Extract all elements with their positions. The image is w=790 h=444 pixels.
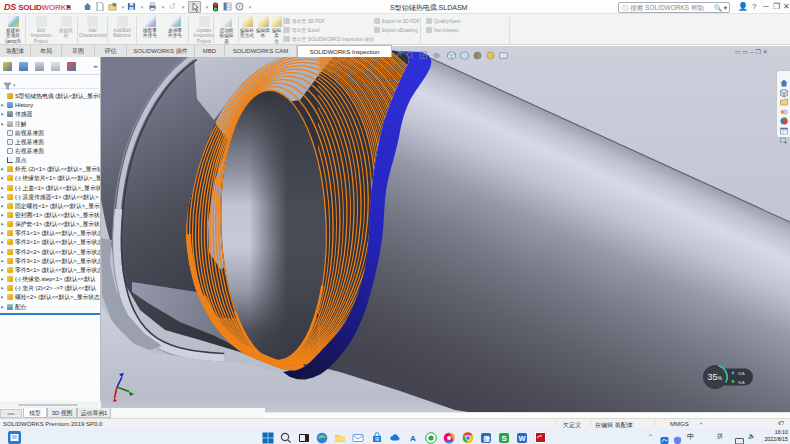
svg-text:S: S bbox=[501, 434, 507, 443]
svg-text:⊞: ⊞ bbox=[375, 436, 379, 442]
svg-text:微: 微 bbox=[482, 435, 491, 443]
svg-text:N/A: N/A bbox=[738, 380, 745, 385]
svg-text:A: A bbox=[410, 433, 416, 442]
svg-text:W: W bbox=[519, 434, 527, 443]
svg-text:N/A: N/A bbox=[738, 371, 745, 376]
